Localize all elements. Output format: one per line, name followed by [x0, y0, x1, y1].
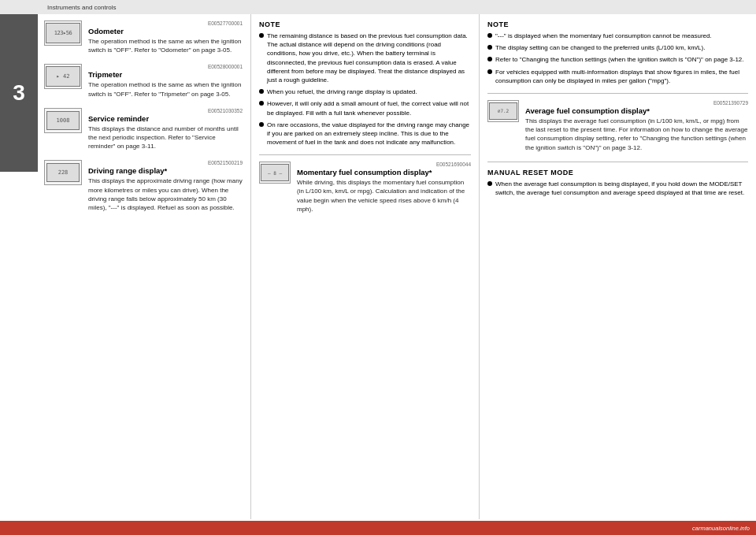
driving-range-code: E00521500219: [88, 160, 243, 165]
driving-range-display: 228: [46, 163, 80, 182]
middle-note-block: NOTE The remaining distance is based on …: [259, 20, 471, 147]
right-note-list: "---" is displayed when the momentary fu…: [487, 32, 748, 85]
right-note-block: NOTE "---" is displayed when the momenta…: [487, 20, 748, 85]
right-bullet-1: [487, 45, 492, 50]
middle-note-item-0: The remaining distance is based on the p…: [259, 32, 471, 84]
right-bullet-2: [487, 57, 492, 61]
manual-reset-title: Manual reset mode: [487, 169, 748, 176]
divider-2: [487, 93, 748, 94]
watermark-text: carmanualsonline.info: [692, 525, 750, 532]
middle-note-text-2: However, it will only add a small amount…: [267, 99, 471, 117]
odometer-icon: 123▸56: [44, 20, 82, 46]
manual-reset-bullet-0: [487, 181, 492, 186]
bullet-3: [259, 122, 264, 127]
divider-1: [259, 154, 471, 155]
momentary-title: Momentary fuel consumption display*: [297, 168, 471, 176]
middle-note-item-1: When you refuel, the driving range displ…: [259, 87, 471, 96]
driving-range-body: This displays the approximate driving ra…: [88, 176, 243, 212]
tripmeter-icon: ▸ 42: [44, 64, 82, 89]
momentary-code: E00521690044: [297, 162, 471, 167]
right-note-item-2: Refer to "Changing the function settings…: [487, 55, 748, 64]
right-note-text-2: Refer to "Changing the function settings…: [495, 55, 744, 64]
manual-reset-item-0: When the average fuel consumption is bei…: [487, 180, 748, 197]
middle-note-text-0: The remaining distance is based on the p…: [267, 32, 471, 84]
right-note-item-0: "---" is displayed when the momentary fu…: [487, 32, 748, 40]
avg-fuel-section: ∅7.2 E00521390729 Average fuel consumpti…: [487, 100, 748, 152]
right-note-item-1: The display setting can be changed to th…: [487, 43, 748, 52]
middle-note-item-3: On rare occasions, the value displayed f…: [259, 121, 471, 147]
right-note-title: NOTE: [487, 20, 748, 28]
middle-note-text-3: On rare occasions, the value displayed f…: [267, 121, 471, 147]
tripmeter-display: ▸ 42: [46, 66, 80, 87]
avg-fuel-icon: ∅7.2: [487, 100, 519, 122]
driving-range-title: Driving range display*: [88, 166, 243, 175]
service-reminder-text: E00521030352 Service reminder This displ…: [88, 108, 243, 151]
right-bullet-0: [487, 33, 492, 38]
momentary-text: E00521690044 Momentary fuel consumption …: [297, 162, 471, 214]
service-reminder-section: 1008 E00521030352 Service reminder This …: [44, 108, 243, 151]
bullet-2: [259, 101, 264, 106]
odometer-section: 123▸56 E00527700001 Odometer The operati…: [44, 20, 243, 54]
avg-fuel-display: ∅7.2: [489, 102, 517, 120]
middle-note-list: The remaining distance is based on the p…: [259, 32, 471, 147]
momentary-display: — 8 —: [261, 164, 289, 181]
middle-note-text-1: When you refuel, the driving range displ…: [267, 87, 417, 96]
right-note-item-3: For vehicles equipped with multi-informa…: [487, 68, 748, 85]
right-note-text-3: For vehicles equipped with multi-informa…: [495, 68, 748, 85]
tripmeter-body: The operation method is the same as when…: [88, 80, 243, 98]
manual-reset-block: Manual reset mode When the average fuel …: [487, 169, 748, 197]
avg-fuel-title: Average fuel consumption display*: [525, 106, 748, 115]
service-reminder-title: Service reminder: [88, 114, 243, 123]
chapter-tab: 3: [0, 14, 38, 172]
tripmeter-text: E00528000001 Tripmeter The operation met…: [88, 64, 243, 98]
header-title: Instruments and controls: [47, 4, 117, 11]
bottom-bar: carmanualsonline.info: [0, 521, 756, 535]
manual-reset-text-0: When the average fuel consumption is bei…: [495, 180, 748, 197]
divider-3: [487, 162, 748, 162]
header-bar: Instruments and controls: [0, 0, 756, 14]
odometer-code: E00527700001: [88, 20, 243, 26]
middle-note-title: NOTE: [259, 20, 471, 28]
avg-fuel-code: E00521390729: [525, 100, 748, 106]
content-area: 123▸56 E00527700001 Odometer The operati…: [38, 14, 756, 519]
odometer-body: The operation method is the same as when…: [88, 37, 243, 54]
bullet-1: [259, 89, 264, 94]
left-column: 123▸56 E00527700001 Odometer The operati…: [38, 14, 250, 519]
manual-reset-list: When the average fuel consumption is bei…: [487, 180, 748, 197]
bullet-0: [259, 33, 264, 38]
service-reminder-code: E00521030352: [88, 108, 243, 113]
momentary-icon: — 8 —: [259, 162, 291, 184]
service-reminder-display: 1008: [46, 111, 80, 130]
momentary-section: — 8 — E00521690044 Momentary fuel consum…: [259, 162, 471, 214]
right-note-text-1: The display setting can be changed to th…: [495, 43, 705, 52]
driving-range-text: E00521500219 Driving range display* This…: [88, 160, 243, 212]
odometer-title: Odometer: [88, 27, 243, 35]
tripmeter-title: Tripmeter: [88, 70, 243, 79]
tripmeter-section: ▸ 42 E00528000001 Tripmeter The operatio…: [44, 64, 243, 98]
momentary-body: While driving, this displays the momenta…: [297, 178, 471, 214]
right-note-text-0: "---" is displayed when the momentary fu…: [495, 32, 712, 40]
driving-range-section: 228 E00521500219 Driving range display* …: [44, 160, 243, 212]
service-reminder-body: This displays the distance and number of…: [88, 124, 243, 151]
middle-column: NOTE The remaining distance is based on …: [250, 14, 479, 519]
tripmeter-code: E00528000001: [88, 64, 243, 69]
odometer-display: 123▸56: [46, 23, 80, 43]
avg-fuel-text: E00521390729 Average fuel consumption di…: [525, 100, 748, 152]
chapter-number: 3: [13, 80, 25, 106]
right-column: NOTE "---" is displayed when the momenta…: [479, 14, 756, 519]
service-reminder-icon: 1008: [44, 108, 82, 133]
page-container: Instruments and controls 3 123▸56 E00527…: [0, 0, 756, 535]
avg-fuel-body: This displays the average fuel consumpti…: [525, 117, 748, 152]
odometer-text: E00527700001 Odometer The operation meth…: [88, 20, 243, 54]
driving-range-icon: 228: [44, 160, 82, 185]
right-bullet-3: [487, 69, 492, 74]
middle-note-item-2: However, it will only add a small amount…: [259, 99, 471, 117]
